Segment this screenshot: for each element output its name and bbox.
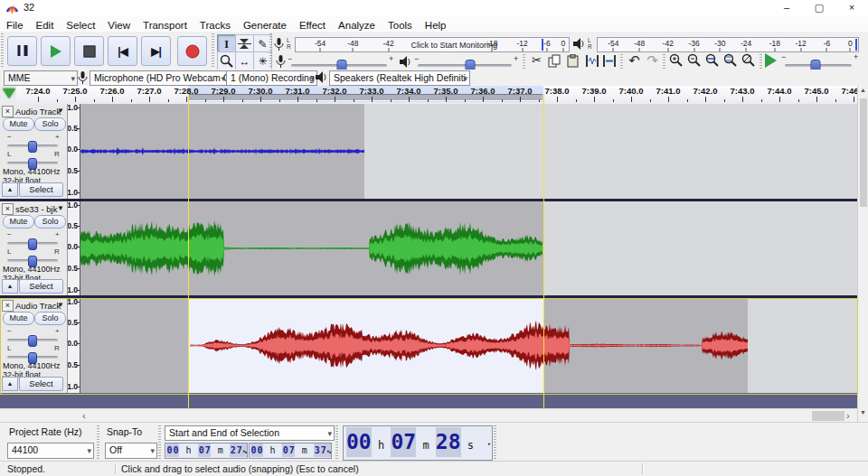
- zoom-in-button[interactable]: [667, 52, 684, 70]
- time-digit[interactable]: 3: [314, 443, 320, 457]
- redo-button[interactable]: ↷: [644, 52, 661, 70]
- zoom-toggle-button[interactable]: [740, 52, 757, 70]
- collapse-track-button[interactable]: ▲: [2, 279, 18, 294]
- gain-slider-thumb[interactable]: [28, 141, 37, 153]
- track-close-button[interactable]: ×: [2, 203, 14, 215]
- scroll-down-icon[interactable]: ▼: [860, 409, 866, 415]
- paste-button[interactable]: [564, 52, 581, 70]
- skip-to-end-button[interactable]: ▶|: [141, 36, 171, 66]
- time-unit[interactable]: [461, 431, 467, 461]
- solo-button[interactable]: Solo: [34, 312, 66, 325]
- menu-transport[interactable]: Transport: [137, 18, 193, 31]
- time-unit[interactable]: [295, 443, 301, 457]
- time-unit[interactable]: h: [269, 443, 276, 457]
- time-unit[interactable]: s: [467, 431, 474, 461]
- time-unit[interactable]: [179, 443, 185, 457]
- time-digit[interactable]: 7: [288, 443, 295, 457]
- time-unit[interactable]: [307, 443, 314, 457]
- minimize-button[interactable]: –: [770, 0, 803, 16]
- selection-mode-select[interactable]: Start and End of Selection▾: [165, 425, 335, 441]
- play-at-speed-button[interactable]: [765, 53, 777, 68]
- undo-button[interactable]: ↶: [626, 52, 643, 70]
- menu-generate[interactable]: Generate: [237, 18, 293, 31]
- pan-slider[interactable]: [7, 356, 58, 359]
- play-button[interactable]: [41, 36, 71, 66]
- menu-select[interactable]: Select: [60, 18, 101, 31]
- pan-slider[interactable]: [7, 162, 58, 164]
- menu-view[interactable]: View: [101, 18, 137, 31]
- time-digit[interactable]: 2: [436, 427, 448, 457]
- toolbar-grip[interactable]: [335, 425, 338, 459]
- vertical-scale-ruler[interactable]: 1.00.50.0-0.5-1.0: [68, 298, 80, 393]
- menu-edit[interactable]: Edit: [30, 18, 61, 31]
- time-unit[interactable]: [192, 443, 198, 457]
- audio-host-select[interactable]: MME▾: [4, 70, 78, 86]
- timeshift-tool-button[interactable]: ↔: [235, 51, 254, 70]
- select-track-button[interactable]: Select: [19, 182, 63, 197]
- solo-button[interactable]: Solo: [34, 215, 66, 229]
- toolbar-grip[interactable]: [158, 425, 161, 459]
- time-unit[interactable]: [429, 431, 436, 461]
- pause-button[interactable]: [7, 36, 37, 66]
- time-digit[interactable]: 7: [204, 443, 211, 457]
- playback-meter[interactable]: -54-48-42-36-30-24-18-12-60: [597, 37, 859, 52]
- selection-tool-button[interactable]: I: [217, 34, 236, 53]
- time-digit[interactable]: 0: [250, 443, 257, 457]
- mute-button[interactable]: Mute: [3, 312, 34, 325]
- zoom-tool-button[interactable]: [217, 51, 236, 70]
- time-unit[interactable]: m: [301, 443, 307, 457]
- spinner-icon[interactable]: ▾: [487, 430, 491, 460]
- record-button[interactable]: [177, 36, 207, 66]
- track-name[interactable]: s5e33 - bjk: [15, 204, 57, 214]
- menu-help[interactable]: Help: [419, 18, 453, 31]
- record-meter[interactable]: -54-48-42-18-12-60Click to Start Monitor…: [295, 37, 570, 52]
- selection-end-field[interactable]: ▾00 h 07 m 37.701 s: [249, 443, 332, 459]
- time-unit[interactable]: [211, 443, 217, 457]
- audio-position-field[interactable]: ▾00 h 07 m 28 s: [343, 425, 493, 461]
- time-unit[interactable]: [372, 431, 378, 461]
- time-unit[interactable]: [384, 431, 391, 461]
- time-digit[interactable]: 0: [257, 443, 263, 457]
- time-digit[interactable]: 0: [282, 443, 288, 457]
- time-unit[interactable]: [223, 443, 230, 457]
- envelope-tool-button[interactable]: [235, 34, 254, 53]
- scroll-right-icon[interactable]: ›: [846, 410, 850, 421]
- playback-device-select[interactable]: Speakers (Realtek High Definiti▾: [329, 70, 470, 86]
- project-rate-select[interactable]: 44100▾: [7, 443, 94, 459]
- time-digit[interactable]: 7: [403, 427, 416, 457]
- fit-selection-button[interactable]: [703, 52, 721, 70]
- scroll-left-icon[interactable]: ‹: [82, 410, 86, 421]
- horizontal-scrollbar[interactable]: ‹ ›: [0, 408, 857, 423]
- copy-button[interactable]: [546, 52, 563, 70]
- menu-tools[interactable]: Tools: [382, 18, 419, 31]
- menu-analyze[interactable]: Analyze: [332, 18, 382, 31]
- track-close-button[interactable]: ×: [2, 300, 14, 312]
- selection-start-field[interactable]: ▾00 h 07 m 27.882 s: [165, 443, 248, 459]
- time-digit[interactable]: 8: [448, 427, 461, 457]
- spinner-icon[interactable]: ▾: [242, 445, 246, 459]
- time-digit[interactable]: 0: [173, 443, 179, 457]
- gain-slider-thumb[interactable]: [28, 238, 37, 250]
- track-waveform[interactable]: [80, 298, 857, 393]
- vertical-scale-ruler[interactable]: 1.00.50.0-0.5-1.0: [68, 201, 80, 295]
- monitor-hint-text[interactable]: Click to Start Monitoring: [410, 41, 497, 50]
- time-unit[interactable]: [276, 443, 282, 457]
- skip-to-start-button[interactable]: |◀: [108, 36, 137, 66]
- solo-button[interactable]: Solo: [34, 117, 66, 131]
- mute-button[interactable]: Mute: [3, 215, 34, 229]
- select-track-button[interactable]: Select: [19, 377, 63, 391]
- toolbar-grip[interactable]: [97, 425, 99, 459]
- menu-tracks[interactable]: Tracks: [193, 18, 237, 31]
- timeline-ruler[interactable]: 7:24.07:25.07:26.07:27.07:28.07:29.07:30…: [16, 86, 857, 102]
- time-digit[interactable]: 0: [391, 427, 403, 457]
- zoom-out-button[interactable]: [685, 52, 703, 70]
- recording-channels-select[interactable]: 1 (Mono) Recording Chann▾: [226, 70, 317, 86]
- toolbar-grip[interactable]: [494, 425, 496, 459]
- time-digit[interactable]: 2: [230, 443, 236, 457]
- time-digit[interactable]: 0: [346, 427, 359, 457]
- time-unit[interactable]: h: [378, 431, 384, 461]
- close-button[interactable]: ×: [835, 0, 868, 16]
- horizontal-scroll-thumb[interactable]: [812, 411, 844, 421]
- time-unit[interactable]: [263, 443, 269, 457]
- time-unit[interactable]: m: [217, 443, 223, 457]
